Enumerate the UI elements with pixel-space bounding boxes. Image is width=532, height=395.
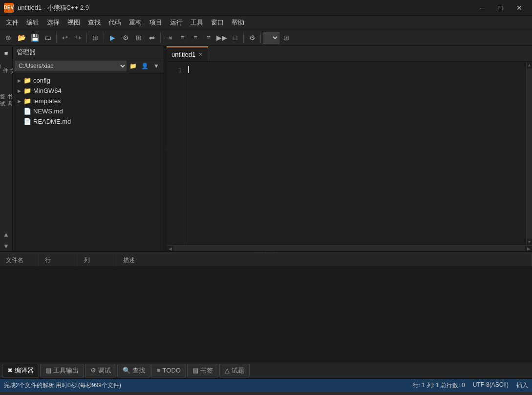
minimize-button[interactable]: ─ (473, 1, 491, 15)
toolbar: ⊕ 📂 💾 🗂 ↩ ↪ ⊞ ▶ ⚙ ⊞ ⇌ ⇥ ≡ ≡ ≡ ▶▶ □ ⚙ Min… (0, 29, 532, 46)
btab-search-label: 查找 (132, 366, 145, 375)
save-all-button[interactable]: 🗂 (42, 31, 54, 44)
sidebar-debug2-icon[interactable]: 调试 (1, 93, 12, 99)
compiler-settings-button[interactable]: ⊞ (280, 31, 293, 44)
btab-compiler-label: 编译器 (15, 366, 34, 375)
vscroll-up-arrow[interactable]: ▲ (527, 62, 532, 68)
compile-run-button[interactable]: ▶ (106, 31, 119, 44)
menu-bar: 文件编辑选择视图查找代码重构项目运行工具窗口帮助 (0, 16, 532, 29)
btab-problems-icon: △ (225, 367, 230, 374)
status-right: 行: 1 列: 1 总行数: 0 UTF-8(ASCII) 插入 (413, 381, 528, 390)
tree-item-templates[interactable]: ▶ 📁 templates (13, 96, 164, 106)
sidebar-file-manager-icon[interactable]: 文件☐ (1, 60, 12, 74)
editor-tab-untitled1[interactable]: untitled1 ✕ (167, 46, 208, 61)
hscroll-left-arrow[interactable]: ◀ (167, 246, 173, 252)
bottom-panel-header: 文件名 行 列 描述 (0, 254, 532, 267)
sidebar-collapse-icon[interactable]: ▲ (1, 229, 12, 240)
debug-step-button[interactable]: ⇥ (163, 31, 175, 44)
zoom-button[interactable]: ⊞ (89, 31, 102, 44)
vscroll-track[interactable] (527, 68, 532, 239)
new-file-button[interactable]: ⊕ (2, 31, 15, 44)
tab-label: untitled1 (171, 51, 195, 58)
run-button[interactable]: ⚙ (119, 31, 132, 44)
menu-item-运行[interactable]: 运行 (166, 16, 187, 29)
menu-item-代码[interactable]: 代码 (105, 16, 125, 29)
save-file-button[interactable]: 💾 (28, 31, 41, 44)
btab-search[interactable]: 🔍 查找 (117, 364, 150, 377)
btab-debug-icon: ⚙ (90, 367, 96, 374)
sidebar-icons: ≡ 文件☐ 书签 调试 ▲ ▼ (0, 46, 13, 251)
btab-bookmark[interactable]: ▤ 书签 (187, 364, 218, 377)
open-file-button[interactable]: 📂 (15, 31, 28, 44)
file-new-button[interactable]: 📁 (128, 61, 138, 71)
col-header-filename: 文件名 (0, 254, 39, 266)
menu-item-工具[interactable]: 工具 (187, 16, 207, 29)
options-button[interactable]: ⚙ (246, 31, 258, 44)
debug-stop-button[interactable]: □ (229, 31, 241, 44)
menu-item-重构[interactable]: 重构 (125, 16, 146, 29)
btab-tools[interactable]: ▤ 工具输出 (40, 364, 84, 377)
status-insert-mode: 插入 (516, 381, 528, 390)
tree-arrow-mingw64: ▶ (17, 88, 21, 93)
file-tree: ▶ 📁 config ▶ 📁 MinGW64 ▶ 📁 templates ▶ 📄 (13, 73, 164, 251)
menu-item-查找[interactable]: 查找 (84, 16, 105, 29)
compiler-select[interactable]: MinGW-w64 GCC 11.: (263, 32, 279, 44)
col-header-desc: 描述 (117, 254, 532, 266)
btab-todo-label: TODO (163, 367, 181, 374)
line-numbers: 1 (167, 62, 184, 245)
hscroll-track[interactable] (173, 246, 525, 251)
btab-debug[interactable]: ⚙ 调试 (85, 364, 116, 377)
path-select[interactable]: C:/Users/xiac (15, 61, 127, 71)
bottom-tabs: ✖ 编译器 ▤ 工具输出 ⚙ 调试 🔍 查找 ≡ TODO ▤ 书签 △ 试题 (0, 362, 532, 378)
menu-item-帮助[interactable]: 帮助 (228, 16, 248, 29)
menu-item-窗口[interactable]: 窗口 (207, 16, 228, 29)
file-filter-button[interactable]: ▼ (151, 61, 162, 71)
btab-problems-label: 试题 (232, 366, 244, 375)
debug-indent-button[interactable]: ≡ (176, 31, 189, 44)
compile-button[interactable]: ⊞ (132, 31, 145, 44)
btab-compiler[interactable]: ✖ 编译器 (2, 364, 39, 377)
code-area[interactable] (184, 62, 526, 245)
debug-format-button[interactable]: ≡ (202, 31, 215, 44)
tree-item-readme[interactable]: ▶ 📄 README.md (13, 116, 164, 127)
tab-close-button[interactable]: ✕ (198, 51, 203, 58)
debug-unindent-button[interactable]: ≡ (189, 31, 202, 44)
toolbar-sep-2 (86, 33, 87, 43)
btab-debug-label: 调试 (98, 366, 111, 375)
debug-run-button[interactable]: ▶▶ (215, 31, 228, 44)
file-user-button[interactable]: 👤 (139, 61, 150, 71)
btab-problems[interactable]: △ 试题 (219, 364, 250, 377)
tab-bar: untitled1 ✕ (167, 46, 532, 62)
menu-item-文件[interactable]: 文件 (2, 16, 22, 29)
col-header-line: 行 (39, 254, 78, 266)
sidebar-bookmarks-icon[interactable]: 书签 (1, 87, 12, 92)
sidebar-menu-icon[interactable]: ≡ (1, 48, 12, 59)
btab-bookmark-label: 书签 (200, 366, 213, 375)
btab-todo[interactable]: ≡ TODO (151, 364, 186, 377)
app-icon: DEV (4, 3, 14, 13)
sidebar-classes-icon[interactable] (1, 75, 12, 81)
status-position: 行: 1 列: 1 总行数: 0 (413, 381, 465, 390)
tree-item-mingw64[interactable]: ▶ 📁 MinGW64 (13, 86, 164, 96)
cursor (188, 66, 189, 73)
stop-button[interactable]: ⇌ (146, 31, 158, 44)
file-panel: 管理器 C:/Users/xiac 📁 👤 ▼ ▶ 📁 config ▶ 📁 (13, 46, 164, 251)
tree-item-config[interactable]: ▶ 📁 config (13, 75, 164, 86)
restore-button[interactable]: □ (492, 1, 510, 15)
line-number-1: 1 (169, 66, 182, 76)
status-message: 完成2个文件的解析,用时0秒 (每秒999个文件) (4, 381, 405, 390)
tree-item-news[interactable]: ▶ 📄 NEWS.md (13, 106, 164, 116)
menu-item-项目[interactable]: 项目 (146, 16, 166, 29)
vscroll-down-arrow[interactable]: ▼ (527, 239, 532, 245)
hscroll-right-arrow[interactable]: ▶ (525, 246, 532, 252)
menu-item-编辑[interactable]: 编辑 (22, 16, 43, 29)
btab-bookmark-icon: ▤ (192, 367, 198, 374)
status-bar: 完成2个文件的解析,用时0秒 (每秒999个文件) 行: 1 列: 1 总行数:… (0, 378, 532, 392)
menu-item-选择[interactable]: 选择 (43, 16, 64, 29)
close-button[interactable]: ✕ (511, 1, 528, 15)
editor-hscroll: ◀ ▶ (167, 245, 532, 251)
undo-button[interactable]: ↩ (59, 31, 71, 44)
menu-item-视图[interactable]: 视图 (64, 16, 84, 29)
redo-button[interactable]: ↪ (72, 31, 85, 44)
sidebar-expand2-icon[interactable]: ▼ (1, 241, 12, 251)
